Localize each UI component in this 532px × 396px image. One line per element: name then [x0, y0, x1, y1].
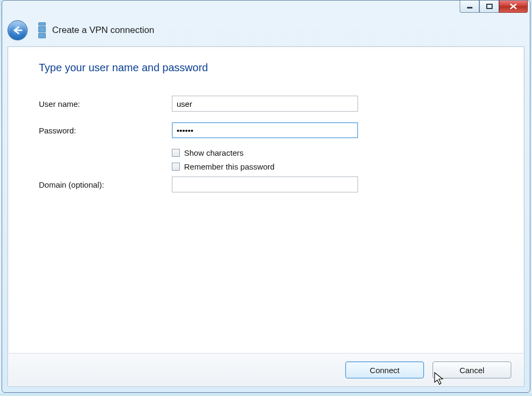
username-label: User name:: [39, 99, 172, 108]
window-frame: Create a VPN connection Type your user n…: [2, 0, 530, 393]
domain-label: Domain (optional):: [39, 180, 172, 189]
show-characters-checkbox[interactable]: Show characters: [172, 146, 493, 159]
password-row: Password:: [39, 122, 493, 138]
close-icon: [510, 3, 517, 10]
remember-password-checkbox[interactable]: Remember this password: [172, 159, 493, 173]
minimize-icon: [467, 4, 473, 9]
back-arrow-icon: [12, 26, 23, 35]
credentials-form: User name: Password: Show characters Rem…: [39, 96, 493, 203]
show-characters-label: Show characters: [184, 148, 244, 157]
domain-row: Domain (optional):: [39, 176, 493, 192]
password-label: Password:: [39, 126, 172, 135]
close-button[interactable]: [499, 1, 528, 13]
page-heading: Type your user name and password: [39, 62, 208, 74]
title-bar: [2, 1, 530, 16]
username-row: User name:: [39, 96, 493, 112]
domain-input[interactable]: [172, 176, 358, 192]
username-input[interactable]: [172, 96, 358, 112]
maximize-button[interactable]: [479, 1, 499, 13]
remember-password-label: Remember this password: [184, 162, 275, 171]
button-bar: Connect Cancel: [8, 353, 524, 386]
svg-rect-0: [467, 7, 472, 9]
minimize-button[interactable]: [460, 1, 479, 13]
checkbox-icon: [172, 163, 180, 171]
cancel-button[interactable]: Cancel: [433, 361, 511, 378]
svg-rect-1: [487, 4, 492, 9]
back-button[interactable]: [7, 20, 28, 40]
options-block: Show characters Remember this password: [172, 146, 493, 173]
wizard-header: Create a VPN connection: [7, 19, 525, 42]
content-panel: Type your user name and password User na…: [7, 46, 525, 387]
password-input[interactable]: [172, 122, 358, 138]
checkbox-icon: [172, 149, 180, 157]
wizard-title: Create a VPN connection: [52, 25, 154, 36]
vpn-wizard-icon: [37, 22, 47, 39]
connect-button[interactable]: Connect: [345, 361, 424, 378]
maximize-icon: [486, 4, 493, 9]
